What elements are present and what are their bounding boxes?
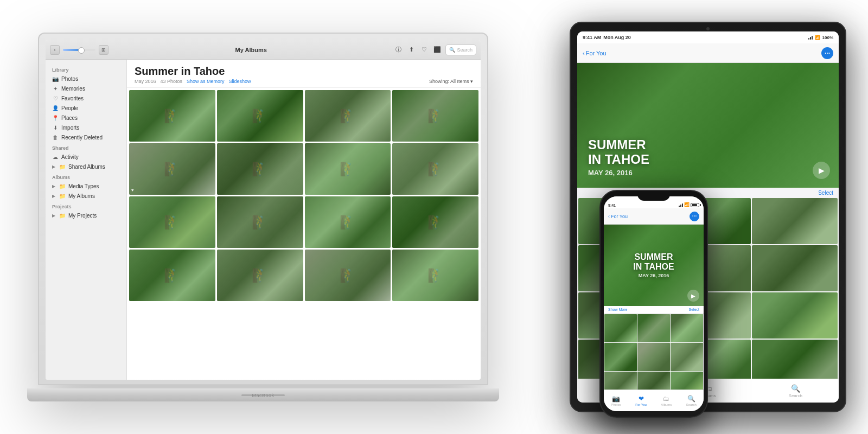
iphone-play-button[interactable]: ▶ [687, 290, 699, 302]
iphone-tab-for-you[interactable]: ❤ For You [635, 395, 647, 406]
photo-cell[interactable] [305, 196, 391, 248]
search-icon: 🔍 [449, 47, 455, 53]
share-icon[interactable]: ⬆ [406, 45, 416, 55]
slideshow-icon[interactable]: ⬛ [432, 45, 442, 55]
iphone-status-right: 📶 [679, 202, 699, 207]
expand-icon: ▶ [52, 164, 55, 169]
activity-icon: ☁ [52, 154, 59, 160]
photo-cell[interactable] [392, 196, 478, 248]
sidebar-item-memories[interactable]: ✦ Memories [46, 84, 126, 93]
iphone-tab-photos[interactable]: 📷 Photos [611, 395, 621, 406]
grid-button[interactable]: ⊞ [99, 45, 108, 55]
iphone-photos-icon: 📷 [612, 395, 620, 403]
ipad-more-button[interactable]: ··· [821, 47, 833, 59]
photo-cell[interactable]: ♥ [129, 143, 215, 195]
ipad-photo-cell[interactable] [752, 292, 838, 339]
iphone-battery-icon [691, 203, 699, 207]
iphone-photo-cell[interactable] [671, 372, 703, 390]
photo-cell[interactable] [305, 250, 391, 301]
macbook-label: MacBook [252, 393, 274, 398]
info-icon[interactable]: ⓘ [393, 45, 403, 55]
photo-cell[interactable] [305, 90, 391, 142]
sidebar-item-photos[interactable]: 📷 Photos [46, 74, 126, 84]
sidebar-item-favorites[interactable]: ♡ Favorites [46, 93, 126, 103]
photo-cell[interactable] [217, 196, 303, 248]
sidebar-item-activity[interactable]: ☁ Activity [46, 152, 126, 162]
sidebar-item-places[interactable]: 📍 Places [46, 113, 126, 123]
my-projects-label: My Projects [68, 213, 97, 219]
ipad-hero-text: SUMMERIN TAHOE MAY 26, 2016 [588, 138, 649, 177]
heart-badge: ♥ [131, 188, 134, 193]
album-title: Summer in Tahoe [135, 65, 473, 77]
ipad-status-bar: 9:41 AM Mon Aug 20 📶 100% [577, 31, 839, 43]
photos-icon: 📷 [52, 75, 59, 82]
iphone-photo-cell[interactable] [604, 314, 637, 342]
iphone-photo-cell[interactable] [671, 314, 703, 342]
showing-label: Showing: All Items ▾ [429, 79, 473, 84]
iphone-photo-cell[interactable] [637, 314, 670, 342]
ipad-date: Mon Aug 20 [603, 35, 631, 40]
sidebar-item-people[interactable]: 👤 People [46, 103, 126, 113]
memories-icon: ✦ [52, 85, 59, 92]
photo-cell[interactable] [217, 250, 303, 301]
photo-cell[interactable] [129, 90, 215, 142]
iphone-photo-cell[interactable] [671, 343, 703, 371]
trash-icon: 🗑 [52, 134, 59, 141]
main-content: Summer in Tahoe May 2016 43 Photos Show … [127, 60, 481, 380]
iphone-photo-cell[interactable] [637, 343, 670, 371]
search-box[interactable]: 🔍 Search [445, 44, 476, 55]
iphone-photo-cell[interactable] [604, 343, 637, 371]
photo-cell[interactable] [392, 250, 478, 301]
photo-cell[interactable] [392, 143, 478, 195]
ipad-photo-cell[interactable] [752, 340, 838, 379]
toolbar-icons: ⓘ ⬆ ♡ ⬛ 🔍 Search [393, 44, 476, 55]
iphone-photo-cell[interactable] [604, 372, 637, 390]
sidebar-item-recently-deleted[interactable]: 🗑 Recently Deleted [46, 132, 126, 142]
search-tab-icon: 🔍 [791, 384, 800, 393]
show-as-memory-link[interactable]: Show as Memory [187, 79, 225, 84]
sidebar-item-imports[interactable]: ⬇ Imports [46, 123, 126, 132]
photo-cell[interactable] [129, 196, 215, 248]
ipad-photo-cell[interactable] [752, 198, 838, 244]
iphone-tab-albums[interactable]: 🗂 Albums [661, 395, 672, 406]
iphone-photo-cell[interactable] [637, 372, 670, 390]
iphone-albums-icon: 🗂 [663, 395, 669, 403]
photos-toolbar: ‹ ⊞ My Albums ⓘ ⬆ ♡ ⬛ 🔍 Search [46, 40, 481, 60]
iphone-tab-search[interactable]: 🔍 Search [686, 395, 697, 406]
photo-cell[interactable] [129, 250, 215, 301]
photo-cell[interactable] [305, 143, 391, 195]
iphone-for-you-icon: ❤ [639, 395, 644, 403]
photo-cell[interactable] [392, 90, 478, 142]
recently-deleted-label: Recently Deleted [61, 135, 103, 141]
back-button[interactable]: ‹ [50, 45, 60, 55]
photo-cell[interactable] [217, 90, 303, 142]
library-section-label: Library [46, 64, 126, 74]
my-albums-label: My Albums [68, 193, 95, 199]
places-icon: 📍 [52, 114, 59, 121]
search-placeholder: Search [457, 47, 473, 53]
ipad-back-button[interactable]: ‹ For You [583, 50, 607, 56]
sidebar-item-shared-albums[interactable]: ▶ 📁 Shared Albums [46, 162, 126, 171]
iphone-nav-bar: ‹ For You ··· [604, 208, 704, 225]
ipad-photo-cell[interactable] [752, 245, 838, 291]
select-label[interactable]: Select [818, 190, 833, 196]
sidebar-item-media-types[interactable]: ▶ 📁 Media Types [46, 181, 126, 191]
iphone-back-button[interactable]: ‹ For You [608, 214, 628, 219]
slideshow-link[interactable]: Slideshow [229, 79, 251, 84]
sidebar-item-my-albums[interactable]: ▶ 📁 My Albums [46, 191, 126, 201]
iphone-for-you-label: For You [635, 403, 647, 406]
expand-icon-2: ▶ [52, 184, 55, 189]
ipad-play-button[interactable]: ▶ [813, 162, 830, 179]
zoom-slider[interactable] [63, 49, 95, 51]
photo-cell[interactable] [217, 143, 303, 195]
shared-albums-icon: 📁 [59, 163, 66, 170]
heart-icon[interactable]: ♡ [419, 45, 429, 55]
iphone: 9:41 📶 [599, 190, 708, 418]
ipad-camera [706, 27, 710, 30]
iphone-photos-tab-label: Photos [611, 403, 621, 406]
sidebar-item-my-projects[interactable]: ▶ 📁 My Projects [46, 210, 126, 220]
iphone-more-button[interactable]: ··· [690, 212, 699, 221]
ipad-tab-search[interactable]: 🔍 Search [789, 384, 802, 398]
show-more-button[interactable]: Show More [608, 308, 627, 311]
iphone-select-button[interactable]: Select [689, 308, 699, 311]
